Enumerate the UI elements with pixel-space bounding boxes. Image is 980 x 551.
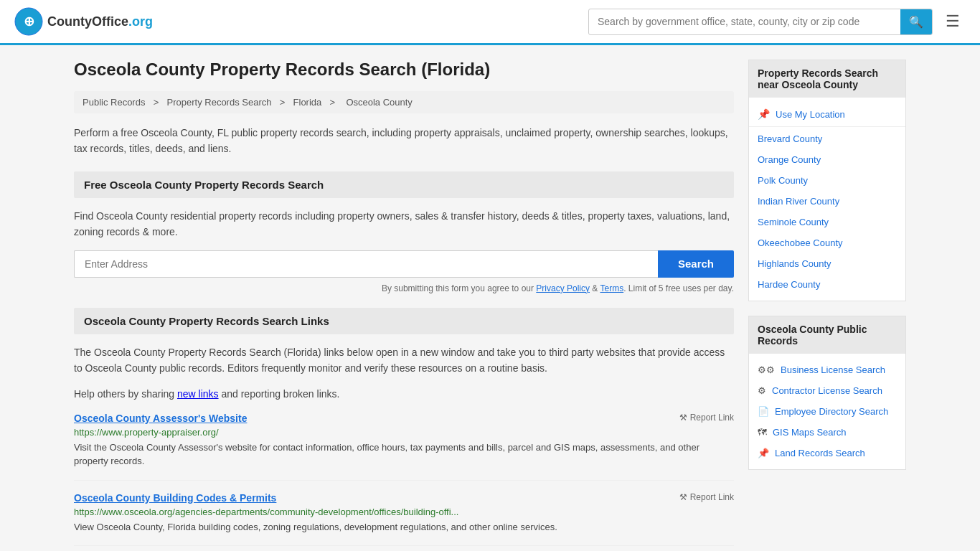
divider [749, 126, 905, 127]
location-pin-icon: 📌 [758, 108, 770, 120]
report-link-btn-2[interactable]: ⚒ Report Link [679, 492, 734, 502]
pin-icon: 📌 [758, 448, 769, 458]
address-search-button[interactable]: Search [658, 250, 734, 278]
svg-text:⊕: ⊕ [24, 14, 34, 29]
breadcrumb-public-records[interactable]: Public Records [83, 97, 145, 108]
global-search-bar: 🔍 [588, 9, 933, 35]
report-icon-2: ⚒ [679, 492, 687, 502]
link-item-header-1: Osceola County Assessor's Website ⚒ Repo… [74, 413, 734, 424]
nearby-content: 📌 Use My Location Brevard County Orange … [749, 98, 905, 301]
report-link-btn-1[interactable]: ⚒ Report Link [679, 413, 734, 423]
link-item-2: Osceola County Building Codes & Permits … [74, 492, 734, 547]
links-section-header: Osceola County Property Records Search L… [74, 308, 734, 334]
global-search-button[interactable]: 🔍 [900, 9, 932, 34]
breadcrumb-osceola: Osceola County [346, 97, 413, 108]
links-intro-text: The Osceola County Property Records Sear… [74, 344, 734, 377]
sidebar-link-okeechobee[interactable]: Okeechobee County [749, 232, 905, 253]
sidebar-link-contractor-license[interactable]: ⚙ Contractor License Search [749, 380, 905, 401]
logo-area: ⊕ CountyOffice.org [14, 7, 153, 36]
site-header: ⊕ CountyOffice.org 🔍 ☰ [0, 0, 980, 45]
logo-text: CountyOffice.org [47, 14, 153, 29]
main-container: Osceola County Property Records Search (… [60, 45, 920, 551]
public-records-header: Osceola County Public Records [749, 316, 905, 354]
intro-text: Perform a free Osceola County, FL public… [74, 125, 734, 157]
sidebar-link-orange[interactable]: Orange County [749, 149, 905, 170]
breadcrumb-property-records[interactable]: Property Records Search [167, 97, 272, 108]
page-title: Osceola County Property Records Search (… [74, 60, 734, 80]
sidebar-link-seminole[interactable]: Seminole County [749, 212, 905, 232]
link-item-header-2: Osceola County Building Codes & Permits … [74, 492, 734, 504]
public-records-box: Osceola County Public Records ⚙⚙ Busines… [748, 316, 906, 470]
hamburger-menu-button[interactable]: ☰ [940, 9, 966, 34]
link-title-1[interactable]: Osceola County Assessor's Website [74, 413, 247, 424]
sidebar-link-land-records[interactable]: 📌 Land Records Search [749, 443, 905, 463]
new-links-link[interactable]: new links [177, 388, 219, 400]
links-section: Osceola County Assessor's Website ⚒ Repo… [74, 413, 734, 547]
link-item: Osceola County Assessor's Website ⚒ Repo… [74, 413, 734, 481]
link-desc-2: View Osceola County, Florida building co… [74, 520, 734, 534]
sidebar-link-brevard[interactable]: Brevard County [749, 128, 905, 149]
document-icon: 📄 [758, 406, 769, 417]
address-input[interactable] [74, 250, 658, 278]
nearby-box: Property Records Search near Osceola Cou… [748, 60, 906, 301]
public-records-content: ⚙⚙ Business License Search ⚙ Contractor … [749, 354, 905, 469]
sidebar-link-polk[interactable]: Polk County [749, 170, 905, 191]
sidebar-link-employee-directory[interactable]: 📄 Employee Directory Search [749, 401, 905, 422]
report-icon-1: ⚒ [679, 413, 687, 423]
sidebar-link-hardee[interactable]: Hardee County [749, 274, 905, 295]
sidebar-link-gis-maps[interactable]: 🗺 GIS Maps Search [749, 422, 905, 443]
breadcrumb: Public Records > Property Records Search… [74, 91, 734, 113]
form-disclaimer: By submitting this form you agree to our… [74, 283, 734, 293]
privacy-policy-link[interactable]: Privacy Policy [536, 283, 590, 293]
links-sharing-text: Help others by sharing new links and rep… [74, 386, 734, 402]
header-right: 🔍 ☰ [588, 9, 966, 35]
sidebar-link-highlands[interactable]: Highlands County [749, 253, 905, 274]
hamburger-icon: ☰ [946, 12, 960, 30]
address-search-form: Search [74, 250, 734, 278]
gear-icon: ⚙⚙ [758, 364, 775, 375]
use-my-location-link[interactable]: 📌 Use My Location [749, 103, 905, 125]
sidebar-link-business-license[interactable]: ⚙⚙ Business License Search [749, 359, 905, 380]
nearby-header: Property Records Search near Osceola Cou… [749, 60, 905, 98]
link-title-2[interactable]: Osceola County Building Codes & Permits [74, 492, 276, 504]
sidebar-link-indian-river[interactable]: Indian River County [749, 191, 905, 212]
terms-link[interactable]: Terms [600, 283, 623, 293]
link-url-1: https://www.property-appraiser.org/ [74, 427, 734, 438]
global-search-input[interactable] [589, 10, 900, 33]
free-section-header: Free Osceola County Property Records Sea… [74, 171, 734, 198]
breadcrumb-florida[interactable]: Florida [293, 97, 322, 108]
free-section-text: Find Osceola County residential property… [74, 208, 734, 240]
map-icon: 🗺 [758, 427, 767, 438]
settings-icon: ⚙ [758, 385, 766, 396]
sidebar: Property Records Search near Osceola Cou… [748, 60, 906, 551]
search-icon: 🔍 [909, 16, 923, 28]
link-url-2: https://www.osceola.org/agencies-departm… [74, 507, 734, 517]
logo-icon: ⊕ [14, 7, 43, 36]
link-desc-1: Visit the Osceola County Assessor's webs… [74, 441, 734, 468]
content-area: Osceola County Property Records Search (… [74, 60, 734, 551]
